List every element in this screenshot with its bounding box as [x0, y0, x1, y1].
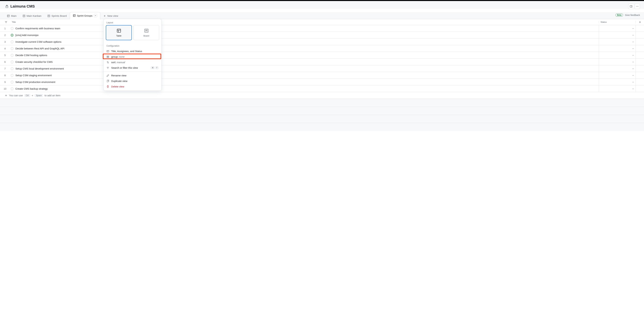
layout-section-label: Layout — [104, 19, 162, 25]
status-cell[interactable] — [599, 72, 636, 79]
row-number: 1 — [0, 27, 10, 30]
group-config-item[interactable]: group: none — [104, 54, 162, 59]
status-cell[interactable] — [599, 32, 636, 38]
row-title-cell[interactable]: Decide between Rest API and GraphQL API — [10, 47, 599, 50]
chevron-down-icon — [632, 54, 634, 56]
duplicate-view-item[interactable]: Duplicate view — [104, 78, 162, 84]
pencil-icon — [106, 74, 109, 77]
table-row[interactable]: 9Setup CSM production environment — [0, 79, 644, 85]
table-row[interactable]: 2[cms] Add monorepo — [0, 32, 644, 38]
row-title-cell[interactable]: Confirm requirments with business team — [10, 27, 599, 30]
column-status[interactable]: Status — [599, 21, 636, 23]
duplicate-icon — [106, 80, 109, 82]
svg-rect-16 — [73, 14, 75, 16]
sort-config-item[interactable]: sort: manual — [104, 59, 162, 65]
svg-rect-29 — [107, 56, 109, 56]
chevron-down-icon — [632, 34, 634, 36]
view-options-dropdown[interactable] — [94, 14, 97, 17]
row-title-cell[interactable]: Investigate current CSM software options — [10, 40, 599, 43]
draft-issue-icon — [11, 81, 14, 83]
column-title[interactable]: Title — [10, 21, 599, 23]
svg-rect-32 — [107, 80, 108, 82]
status-cell[interactable] — [599, 79, 636, 85]
chevron-down-icon — [632, 74, 634, 76]
draft-issue-icon — [11, 47, 14, 50]
row-number: 10 — [0, 87, 10, 90]
row-number: 9 — [0, 81, 10, 83]
configuration-section-label: Configuration — [104, 42, 162, 48]
layout-board-option[interactable]: Board — [134, 25, 159, 40]
table-row[interactable]: 6Create security checklist for CMS — [0, 59, 644, 65]
trash-icon — [106, 85, 109, 88]
chevron-down-icon — [632, 81, 634, 83]
table-row[interactable]: 8Setup CSM staging environment — [0, 72, 644, 79]
beta-badge: Beta — [616, 13, 623, 16]
filter-icon — [106, 66, 109, 69]
table-row[interactable]: 5Decide CSM hosting options — [0, 52, 644, 59]
svg-rect-0 — [630, 5, 632, 7]
svg-point-2 — [636, 6, 637, 7]
draft-issue-icon — [11, 54, 14, 57]
tab-sprint-groups[interactable]: Sprint Groups — [70, 12, 100, 19]
status-cell[interactable] — [599, 59, 636, 65]
table-row[interactable]: 1Confirm requirments with business team — [0, 25, 644, 32]
row-number: 6 — [0, 61, 10, 63]
chevron-down-icon — [632, 61, 634, 63]
tab-main[interactable]: Main — [4, 13, 20, 19]
open-issue-icon — [11, 34, 14, 36]
sort-icon — [106, 61, 109, 64]
row-title-text: Decide between Rest API and GraphQL API — [16, 47, 64, 50]
give-feedback-link[interactable]: Give feedback — [625, 14, 640, 16]
draft-issue-icon — [11, 87, 14, 90]
fields-icon — [106, 50, 109, 53]
row-title-cell[interactable]: Create security checklist for CMS — [10, 60, 599, 63]
new-view-button[interactable]: New view — [100, 13, 121, 19]
filter-button[interactable] — [0, 21, 10, 23]
rename-view-item[interactable]: Rename view — [104, 73, 162, 78]
svg-rect-19 — [117, 29, 120, 32]
tab-main-kanban[interactable]: Main Kanban — [20, 13, 44, 19]
status-cell[interactable] — [599, 25, 636, 32]
svg-point-3 — [637, 6, 638, 7]
panel-toggle-button[interactable] — [628, 4, 634, 9]
row-title-cell[interactable]: Setup CSM staging environment — [10, 74, 599, 77]
draft-issue-icon — [11, 40, 14, 43]
svg-rect-30 — [107, 56, 109, 57]
delete-view-item[interactable]: Delete view — [104, 84, 162, 89]
search-filter-item[interactable]: Search or filter this view ⌘ F — [104, 65, 162, 70]
group-icon — [106, 55, 109, 58]
draft-issue-icon — [11, 27, 14, 30]
row-title-text: Create CMS backup strategy — [16, 87, 48, 90]
status-cell[interactable] — [599, 85, 636, 92]
status-cell[interactable] — [599, 45, 636, 52]
more-options-button[interactable] — [634, 4, 640, 9]
row-title-cell[interactable]: Setup CMS local development environment — [10, 67, 599, 70]
table-row[interactable]: 10Create CMS backup strategy — [0, 85, 644, 92]
row-title-text: Confirm requirments with business team — [16, 27, 60, 30]
layout-table-option[interactable]: Table — [106, 25, 132, 40]
status-cell[interactable] — [599, 52, 636, 58]
row-title-cell[interactable]: Decide CSM hosting options — [10, 54, 599, 57]
project-title: Laimuna CMS — [10, 4, 35, 8]
tab-sprints-board[interactable]: Sprints Board — [44, 13, 70, 19]
svg-rect-26 — [107, 50, 109, 52]
table-row[interactable]: 7Setup CMS local development environment — [0, 65, 644, 72]
row-number: 3 — [0, 40, 10, 43]
add-column-button[interactable] — [636, 21, 644, 23]
svg-rect-5 — [8, 15, 10, 17]
status-cell[interactable] — [599, 38, 636, 45]
add-item-row[interactable]: You can use Ctrl + Space to add an item — [0, 92, 644, 99]
fields-config-item[interactable]: Title, Assignees, and Status — [104, 48, 162, 54]
row-title-text: Decide CSM hosting options — [16, 54, 47, 57]
table-row[interactable]: 3Investigate current CSM software option… — [0, 38, 644, 45]
row-number: 4 — [0, 47, 10, 50]
view-options-popover: Layout Table Board Configuration Title, … — [103, 19, 162, 91]
draft-issue-icon — [11, 67, 14, 70]
row-number: 2 — [0, 34, 10, 36]
row-title-cell[interactable]: [cms] Add monorepo — [10, 34, 599, 36]
row-title-cell[interactable]: Setup CSM production environment — [10, 81, 599, 83]
svg-rect-31 — [107, 57, 109, 58]
table-row[interactable]: 4Decide between Rest API and GraphQL API — [0, 45, 644, 52]
row-title-cell[interactable]: Create CMS backup strategy — [10, 87, 599, 90]
status-cell[interactable] — [599, 65, 636, 72]
